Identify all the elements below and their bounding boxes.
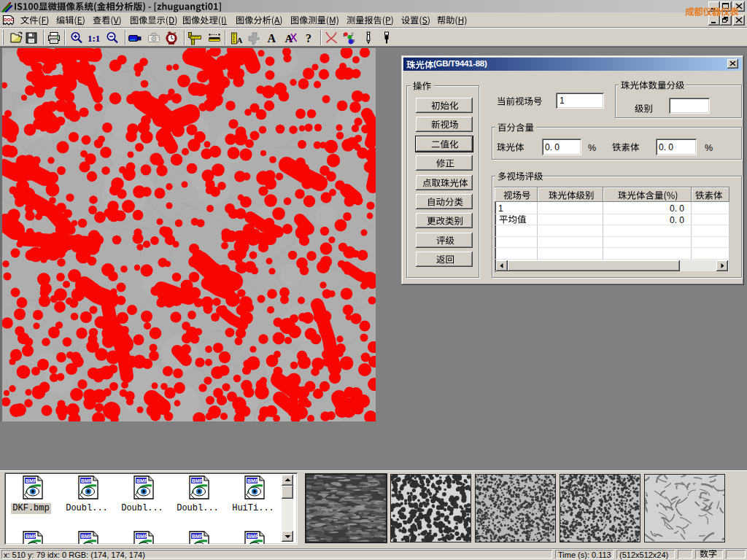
svg-text:1:1: 1:1	[88, 33, 100, 44]
svg-text:?: ?	[306, 32, 311, 44]
svg-text:DOC: DOC	[4, 17, 14, 22]
svg-text:2: 2	[352, 32, 354, 36]
svg-text:A: A	[268, 32, 276, 44]
svg-text:1: 1	[343, 33, 345, 37]
svg-text:3: 3	[353, 39, 355, 43]
svg-text:A: A	[237, 36, 243, 44]
